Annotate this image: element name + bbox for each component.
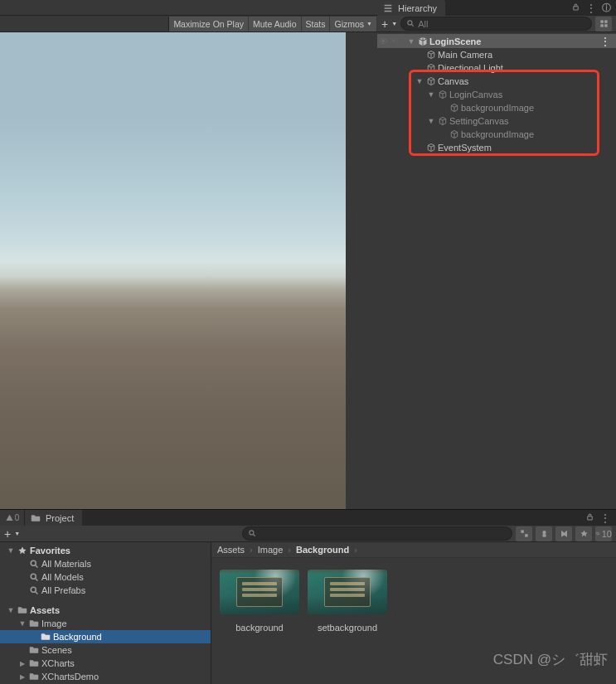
- maximize-on-play-button[interactable]: Maximize On Play: [168, 17, 249, 32]
- hierarchy-tab[interactable]: Hierarchy: [377, 0, 445, 16]
- kebab-icon[interactable]: ⋮: [599, 36, 611, 47]
- hierarchy-tree: 👁 ☜ LoginScene ⋮ Main Camera Directional…: [377, 32, 616, 509]
- tree-row-eventsystem[interactable]: EventSystem: [377, 141, 616, 154]
- foldout-icon[interactable]: [427, 117, 435, 125]
- svg-rect-4: [600, 24, 603, 27]
- game-view[interactable]: [0, 32, 346, 509]
- visibility-icon[interactable]: 👁: [377, 36, 389, 46]
- asset-label: background: [235, 623, 284, 633]
- favorite-all-models[interactable]: All Models: [0, 570, 211, 584]
- favorites-label: Favorites: [30, 546, 70, 555]
- gameobject-icon: [449, 129, 459, 140]
- project-tab[interactable]: Project: [25, 510, 82, 526]
- favorite-all-materials[interactable]: All Materials: [0, 557, 211, 570]
- hierarchy-toolbar: + ▼ All: [377, 16, 616, 32]
- search-icon: [28, 572, 40, 582]
- folder-xchartsdemo[interactable]: XChartsDemo: [0, 670, 211, 683]
- folder-image[interactable]: Image: [0, 617, 211, 630]
- tree-row-backgroundimage-1[interactable]: backgroundImage: [377, 101, 616, 114]
- tree-row-settingcanvas[interactable]: SettingCanvas: [377, 114, 616, 128]
- foldout-icon[interactable]: [407, 37, 415, 46]
- hierarchy-tab-bar: Hierarchy ⋮ ⓘ: [377, 0, 616, 16]
- chevron-down-icon[interactable]: ▼: [391, 21, 397, 27]
- asset-thumbnail: [220, 570, 299, 614]
- game-toolbar: Maximize On Play Mute Audio Stats Gizmos…: [0, 16, 377, 32]
- favorite-all-prefabs[interactable]: All Prefabs: [0, 584, 211, 597]
- search-by-type-button[interactable]: [516, 526, 532, 541]
- hierarchy-tab-label: Hierarchy: [398, 3, 437, 13]
- unity-scene-icon: [417, 36, 428, 46]
- project-search[interactable]: [242, 526, 512, 541]
- svg-point-12: [31, 560, 36, 565]
- info-icon[interactable]: ⓘ: [602, 2, 611, 14]
- folder-icon: [30, 513, 41, 523]
- tree-row-label: SettingCanvas: [449, 116, 509, 126]
- tree-row-directional-light[interactable]: Directional Light: [377, 61, 616, 75]
- assets-header[interactable]: Assets: [0, 604, 211, 617]
- svg-rect-3: [604, 20, 607, 22]
- foldout-icon[interactable]: [18, 672, 27, 681]
- mute-audio-button[interactable]: Mute Audio: [249, 17, 302, 32]
- asset-thumbnail: [308, 570, 387, 614]
- tree-row-logincanvas[interactable]: LoginCanvas: [377, 88, 616, 101]
- svg-point-10: [542, 531, 546, 534]
- crumb-assets[interactable]: Assets: [217, 545, 245, 555]
- scene-row[interactable]: 👁 ☜ LoginScene ⋮: [377, 34, 616, 48]
- favorites-header[interactable]: Favorites: [0, 544, 211, 557]
- list-icon: [382, 2, 394, 14]
- search-by-label-button[interactable]: [536, 526, 552, 541]
- foldout-icon[interactable]: [7, 606, 15, 614]
- lock-icon[interactable]: [585, 512, 594, 523]
- foldout-icon[interactable]: [18, 659, 27, 667]
- add-button[interactable]: +: [381, 17, 388, 31]
- kebab-icon[interactable]: ⋮: [585, 2, 597, 14]
- folder-background[interactable]: Background: [0, 630, 211, 643]
- project-content: Assets › Image › Background › background…: [211, 542, 616, 684]
- crumb-background[interactable]: Background: [296, 545, 349, 555]
- svg-rect-8: [521, 530, 523, 532]
- svg-point-7: [250, 530, 254, 534]
- chevron-down-icon[interactable]: ▼: [14, 531, 20, 536]
- foldout-icon[interactable]: [7, 546, 15, 555]
- svg-point-13: [31, 574, 36, 579]
- svg-rect-0: [574, 7, 579, 10]
- favorite-button[interactable]: [575, 526, 592, 541]
- breadcrumb-sep-icon: ›: [354, 545, 357, 555]
- foldout-icon[interactable]: [415, 77, 424, 85]
- tree-row-label: Canvas: [438, 76, 468, 86]
- gameobject-icon: [449, 103, 459, 114]
- tree-row-backgroundimage-2[interactable]: backgroundImage: [377, 128, 616, 141]
- asset-item-setbackground[interactable]: setbackground: [308, 570, 387, 679]
- hidden-items-button[interactable]: 10: [595, 526, 612, 541]
- foldout-icon[interactable]: [18, 619, 27, 628]
- foldout-icon[interactable]: [427, 90, 435, 99]
- kebab-icon[interactable]: ⋮: [599, 512, 611, 524]
- filter-button[interactable]: [595, 17, 612, 32]
- breadcrumb-sep-icon: ›: [250, 545, 253, 555]
- favorite-label: All Prefabs: [41, 585, 85, 595]
- tree-row-label: backgroundImage: [461, 103, 534, 113]
- favorite-label: All Materials: [41, 559, 91, 569]
- search-icon: [28, 559, 40, 569]
- save-search-button[interactable]: [555, 526, 572, 541]
- lock-icon[interactable]: [571, 2, 580, 13]
- folder-xcharts[interactable]: XCharts: [0, 657, 211, 670]
- tree-row-canvas[interactable]: Canvas: [377, 75, 616, 88]
- pickable-icon[interactable]: ☜: [390, 36, 402, 46]
- tree-row-main-camera[interactable]: Main Camera: [377, 48, 616, 61]
- asset-grid[interactable]: background setbackground: [211, 558, 616, 684]
- gizmos-button[interactable]: Gizmos▼: [330, 17, 377, 32]
- folder-label: Background: [53, 632, 102, 642]
- svg-point-14: [31, 587, 36, 592]
- tree-row-label: backgroundImage: [461, 129, 534, 139]
- hierarchy-search[interactable]: All: [400, 17, 592, 31]
- console-warn-badge[interactable]: 0: [0, 510, 25, 526]
- chevron-down-icon: ▼: [366, 17, 372, 32]
- crumb-image[interactable]: Image: [258, 545, 284, 555]
- asset-item-background[interactable]: background: [220, 570, 299, 679]
- add-button[interactable]: +: [4, 527, 11, 541]
- svg-rect-11: [542, 534, 546, 536]
- folder-scenes[interactable]: Scenes: [0, 643, 211, 657]
- stats-button[interactable]: Stats: [302, 17, 331, 32]
- bottom-area: 0 Project ⋮ + ▼ 10: [0, 509, 616, 684]
